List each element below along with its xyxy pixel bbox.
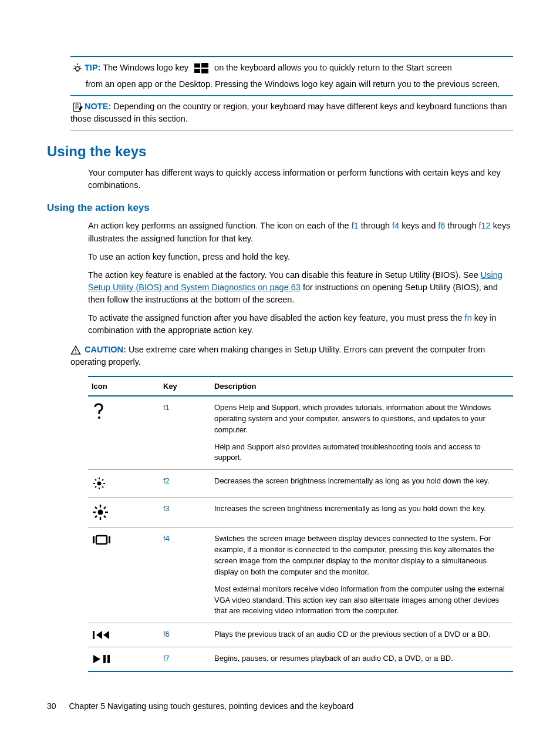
- tip-label: TIP:: [85, 63, 100, 72]
- chapter-title: Chapter 5 Navigating using touch gesture…: [69, 701, 353, 711]
- key-desc: Opens Help and Support, which provides t…: [211, 396, 513, 470]
- caution-icon: [70, 344, 85, 357]
- key-label: f1: [160, 396, 211, 470]
- key-label: f4: [160, 527, 211, 623]
- tip-text-before: The Windows logo key: [103, 63, 188, 72]
- action-para-3: The action key feature is enabled at the…: [88, 269, 513, 306]
- col-desc: Description: [211, 377, 513, 396]
- brightness-up-icon: [88, 498, 160, 527]
- brightness-down-icon: [88, 470, 160, 498]
- heading-using-action-keys: Using the action keys: [47, 202, 513, 214]
- key-desc: Switches the screen image between displa…: [211, 527, 513, 623]
- table-row: f2 Decreases the screen brightness incre…: [88, 470, 513, 498]
- svg-point-17: [98, 416, 100, 419]
- svg-rect-44: [107, 655, 110, 663]
- svg-marker-41: [103, 631, 109, 639]
- svg-rect-37: [96, 536, 107, 544]
- svg-rect-39: [93, 631, 95, 639]
- svg-line-26: [102, 479, 103, 480]
- action-para-1: An action key performs an assigned funct…: [88, 220, 513, 244]
- col-icon: Icon: [88, 377, 160, 396]
- switch-display-icon: [88, 527, 160, 623]
- svg-line-4: [75, 66, 76, 67]
- page-footer: 30 Chapter 5 Navigating using touch gest…: [47, 701, 353, 711]
- caution-callout: CAUTION: Use extreme care when making ch…: [70, 344, 513, 373]
- svg-point-0: [76, 67, 80, 71]
- key-label: f2: [160, 470, 211, 498]
- table-row: f4 Switches the screen image between dis…: [88, 527, 513, 623]
- svg-rect-38: [109, 536, 110, 543]
- svg-point-16: [75, 352, 76, 354]
- svg-rect-8: [201, 63, 208, 68]
- note-label: NOTE:: [85, 102, 111, 111]
- key-desc: Plays the previous track of an audio CD …: [211, 623, 513, 647]
- key-label: f3: [160, 498, 211, 527]
- page-number: 30: [47, 701, 56, 711]
- key-desc: Increases the screen brightness incremen…: [211, 498, 513, 527]
- table-row: f7 Begins, pauses, or resumes playback o…: [88, 647, 513, 672]
- key-label: f7: [160, 647, 211, 672]
- table-header-row: Icon Key Description: [88, 377, 513, 396]
- svg-rect-36: [93, 536, 95, 543]
- svg-line-23: [95, 479, 96, 480]
- svg-rect-9: [194, 69, 200, 73]
- keys-intro: Your computer has different ways to quic…: [88, 167, 513, 191]
- action-keys-table: Icon Key Description f1 Opens Help and S…: [88, 376, 513, 672]
- prev-track-icon: [88, 623, 160, 647]
- svg-line-5: [79, 66, 80, 67]
- svg-rect-43: [103, 655, 106, 663]
- note-callout: NOTE: Depending on the country or region…: [70, 96, 513, 130]
- note-text: Depending on the country or region, your…: [70, 102, 507, 123]
- svg-rect-10: [201, 69, 208, 73]
- svg-line-25: [95, 486, 96, 488]
- action-para-4: To activate the assigned function after …: [88, 312, 513, 337]
- heading-using-keys: Using the keys: [47, 143, 513, 160]
- table-row: f6 Plays the previous track of an audio …: [88, 623, 513, 647]
- caution-label: CAUTION:: [85, 345, 126, 354]
- key-desc: Begins, pauses, or resumes playback of a…: [211, 647, 513, 672]
- table-row: f1 Opens Help and Support, which provide…: [88, 396, 513, 470]
- key-f4: f4: [392, 221, 399, 230]
- caution-text: Use extreme care when making changes in …: [70, 345, 485, 367]
- svg-line-34: [95, 516, 97, 518]
- svg-marker-40: [96, 631, 102, 639]
- action-para-2: To use an action key function, press and…: [88, 251, 513, 263]
- svg-line-32: [95, 507, 97, 509]
- table-row: f3 Increases the screen brightness incre…: [88, 498, 513, 527]
- svg-point-18: [97, 482, 102, 486]
- svg-point-27: [98, 510, 103, 515]
- svg-marker-42: [93, 655, 100, 663]
- windows-logo-icon: [193, 62, 210, 75]
- key-f6: f6: [438, 221, 445, 230]
- key-f12: f12: [479, 221, 491, 230]
- svg-line-33: [104, 516, 106, 518]
- key-fn: fn: [465, 313, 472, 322]
- help-icon: [88, 396, 160, 470]
- col-key: Key: [160, 377, 211, 396]
- tip-continue: from an open app or the Desktop. Pressin…: [70, 78, 513, 90]
- tip-callout: TIP: The Windows logo key on the keyboar…: [70, 56, 513, 96]
- tip-text-after: on the keyboard allows you to quickly re…: [214, 63, 452, 72]
- key-label: f6: [160, 623, 211, 647]
- play-pause-icon: [88, 647, 160, 672]
- svg-rect-7: [194, 63, 200, 68]
- note-icon: [70, 100, 85, 113]
- svg-line-35: [104, 507, 106, 509]
- key-desc: Decreases the screen brightness incremen…: [211, 470, 513, 498]
- svg-line-24: [102, 486, 103, 488]
- tip-icon: [70, 62, 85, 74]
- key-f1: f1: [352, 221, 359, 230]
